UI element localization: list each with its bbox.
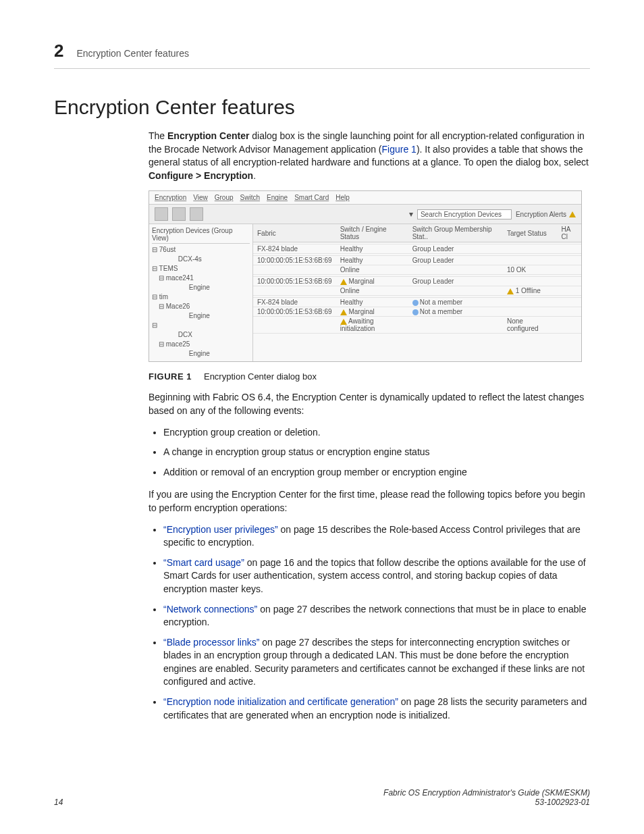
table-row: FX-824 bladeHealthyNot a member xyxy=(253,298,581,307)
screenshot-menubar: EncryptionViewGroupSwitchEngineSmart Car… xyxy=(149,191,581,205)
encryption-alerts-label: Encryption Alerts xyxy=(516,211,566,218)
toolbar-icon xyxy=(172,207,186,221)
list-item: Encryption group creation or deletion. xyxy=(163,426,590,440)
tree-node: DCX xyxy=(152,330,250,340)
header-rule xyxy=(54,68,590,69)
list-item: “Smart card usage” on page 16 and the to… xyxy=(163,556,590,596)
screenshot-toolbar: ▾ Search Encryption Devices Encryption A… xyxy=(149,205,581,224)
refresh-icon xyxy=(190,207,203,221)
warning-icon xyxy=(340,309,347,315)
topic-link[interactable]: “Encryption user privileges” xyxy=(163,524,278,535)
menu-item: Encryption xyxy=(155,194,186,201)
device-grid: FabricSwitch / Engine StatusSwitch Group… xyxy=(253,224,581,361)
events-list: Encryption group creation or deletion.A … xyxy=(149,426,590,479)
menu-item: View xyxy=(193,194,208,201)
figure-caption: FIGURE 1Encryption Center dialog box xyxy=(149,371,590,382)
running-header: 2 Encryption Center features xyxy=(54,41,590,61)
chapter-title: Encryption Center features xyxy=(76,48,189,59)
doc-id: Fabric OS Encryption Administrator's Gui… xyxy=(383,788,590,807)
device-tree: Encryption Devices (Group View) ⊟ 76ust … xyxy=(149,224,253,361)
list-item: “Encryption node initialization and cert… xyxy=(163,696,590,722)
info-icon xyxy=(412,300,419,306)
table-row: 10:00:00:05:1E:53:6B:69HealthyGroup Lead… xyxy=(253,256,581,265)
column-header: HA Cl xyxy=(558,224,581,242)
list-item: “Network connections” on page 27 describ… xyxy=(163,603,590,629)
list-item: A change in encryption group status or e… xyxy=(163,446,590,459)
tree-header: Encryption Devices (Group View) xyxy=(152,227,250,244)
info-icon xyxy=(412,309,419,315)
list-item: “Encryption user privileges” on page 15 … xyxy=(163,523,590,550)
table-row: Online 1 Offline xyxy=(253,286,581,296)
menu-item: Engine xyxy=(267,194,288,201)
paragraph-updates: Beginning with Fabric OS 6.4, the Encryp… xyxy=(149,391,590,417)
table-row: Online10 OK xyxy=(253,265,581,275)
table-row: 10:00:00:05:1E:53:6B:69 MarginalGroup Le… xyxy=(253,277,581,286)
toolbar-icon xyxy=(155,207,168,221)
menu-item: Smart Card xyxy=(294,194,329,201)
table-row: FX-824 bladeHealthyGroup Leader xyxy=(253,244,581,254)
menu-item: Help xyxy=(336,194,350,201)
chapter-number: 2 xyxy=(54,41,63,61)
column-header: Switch Group Membership Stat.. xyxy=(408,224,503,242)
menu-item: Switch xyxy=(240,194,260,201)
column-header: Target Status xyxy=(503,224,558,242)
topic-link[interactable]: “Network connections” xyxy=(163,604,257,615)
page-number: 14 xyxy=(54,798,63,807)
warning-icon xyxy=(507,288,514,294)
column-header: Switch / Engine Status xyxy=(336,224,408,242)
list-item: Addition or removal of an encryption gro… xyxy=(163,466,590,479)
topics-list: “Encryption user privileges” on page 15 … xyxy=(149,523,590,723)
warning-icon xyxy=(340,279,347,285)
tree-node: ⊟ TEMS xyxy=(152,264,250,273)
tree-node: ⊟ tim xyxy=(152,292,250,302)
page-footer: 14 Fabric OS Encryption Administrator's … xyxy=(54,788,590,807)
tree-node: Engine xyxy=(152,283,250,292)
tree-node: ⊟ xyxy=(152,321,250,330)
list-item: “Blade processor links” on page 27 descr… xyxy=(163,636,590,689)
figure-1-xref[interactable]: Figure 1 xyxy=(382,144,417,155)
table-row: Awaiting initializationNone configured xyxy=(253,317,581,334)
warning-icon xyxy=(569,211,576,217)
paragraph-first-time: If you are using the Encryption Center f… xyxy=(149,488,590,515)
intro-paragraph: The Encryption Center dialog box is the … xyxy=(149,130,590,182)
tree-node: Engine xyxy=(152,311,250,321)
search-input: Search Encryption Devices xyxy=(417,209,512,219)
topic-link[interactable]: “Smart card usage” xyxy=(163,557,244,568)
menu-item: Group xyxy=(215,194,234,201)
table-row: 10:00:00:05:1E:53:6B:69 MarginalNot a me… xyxy=(253,307,581,317)
tree-node: DCX-4s xyxy=(152,255,250,264)
column-header: Fabric xyxy=(253,224,336,242)
warning-icon xyxy=(340,319,347,325)
topic-link[interactable]: “Blade processor links” xyxy=(163,637,259,648)
section-heading: Encryption Center features xyxy=(54,96,590,119)
tree-node: ⊟ 76ust xyxy=(152,245,250,255)
tree-node: ⊟ mace241 xyxy=(152,273,250,283)
tree-node: ⊟ Mace26 xyxy=(152,302,250,311)
encryption-center-screenshot: EncryptionViewGroupSwitchEngineSmart Car… xyxy=(149,190,582,362)
tree-node: Engine xyxy=(152,349,250,359)
tree-node: ⊟ mace25 xyxy=(152,340,250,349)
topic-link[interactable]: “Encryption node initialization and cert… xyxy=(163,696,398,707)
